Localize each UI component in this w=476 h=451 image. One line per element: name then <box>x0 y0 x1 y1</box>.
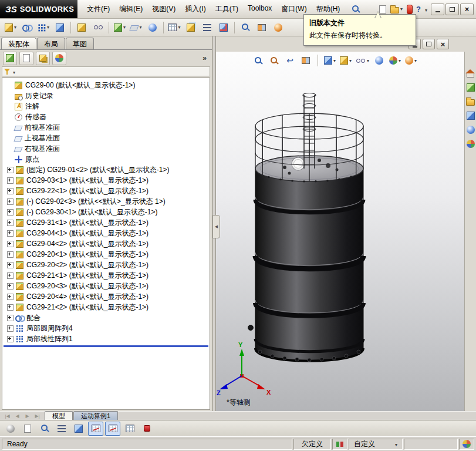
display-manager-tab-button[interactable] <box>52 52 66 65</box>
shaded-sphere-button[interactable] <box>3 422 18 436</box>
tab-motion-study[interactable]: 运动算例1 <box>73 411 118 420</box>
tree-root-item[interactable]: CG29-00 (默认<默认_显示状态-1>) <box>2 80 210 90</box>
property-manager-tab-button[interactable] <box>19 52 33 65</box>
feature-tree-tab-button[interactable] <box>3 52 17 65</box>
panel-overflow-chevron-icon[interactable] <box>200 54 209 62</box>
smart-fasteners-button[interactable] <box>52 20 67 35</box>
tree-item-top-plane[interactable]: 上视基准面 <box>2 133 210 143</box>
expand-plus-icon[interactable] <box>7 336 13 342</box>
mate-button[interactable] <box>19 20 35 35</box>
zoom-area-button[interactable] <box>268 55 280 66</box>
expand-plus-icon[interactable] <box>7 177 13 184</box>
apply-scene-button[interactable] <box>389 55 401 66</box>
zoom-fit-button[interactable] <box>252 55 264 66</box>
menu-insert[interactable]: 插入(I) <box>180 2 210 16</box>
configuration-manager-tab-button[interactable] <box>36 52 50 65</box>
expand-plus-icon[interactable] <box>7 241 13 247</box>
tree-item-component[interactable]: (-) CG29-30<1> (默认<默认_显示状态-1>) <box>2 207 210 217</box>
motion-chart-button[interactable] <box>88 422 103 436</box>
tree-item-component[interactable]: CG29-20<2> (默认<默认_显示状态-1>) <box>2 260 210 270</box>
document-button[interactable] <box>20 422 35 436</box>
view-palette-icon[interactable] <box>467 112 475 120</box>
expand-plus-icon[interactable] <box>7 188 13 194</box>
tree-item-component[interactable]: CG29-20<3> (默认<默认_显示状态-1>) <box>2 281 210 291</box>
insert-component-button[interactable] <box>3 20 18 35</box>
tree-item-right-plane[interactable]: 右视基准面 <box>2 143 210 154</box>
tree-item-component[interactable]: CG29-20<4> (默认<默认_显示状态-1>) <box>2 291 210 302</box>
search-icon[interactable] <box>352 5 360 14</box>
expand-plus-icon[interactable] <box>7 304 13 311</box>
expand-plus-icon[interactable] <box>7 262 13 268</box>
model-viewport[interactable]: Y X Z *等轴测 <box>216 52 476 411</box>
home-icon[interactable] <box>467 73 474 78</box>
tree-item-front-plane[interactable]: 前视基准面 <box>2 122 210 133</box>
record-button[interactable] <box>139 422 154 436</box>
measure-button[interactable] <box>238 20 253 35</box>
first-study-icon[interactable] <box>3 413 12 419</box>
menu-tools[interactable]: 工具(T) <box>211 2 243 16</box>
custom-toolbar-selector[interactable]: 自定义 <box>349 439 403 450</box>
status-help-cell[interactable] <box>459 439 474 450</box>
menu-file[interactable]: 文件(F) <box>82 2 114 16</box>
filter-dropdown-icon[interactable] <box>12 68 15 76</box>
tree-item-circular-pattern[interactable]: 局部圆周阵列4 <box>2 323 210 334</box>
view-orientation-button[interactable] <box>324 55 336 66</box>
tab-model[interactable]: 模型 <box>45 411 73 420</box>
new-motion-study-button[interactable] <box>145 20 160 35</box>
previous-study-icon[interactable] <box>13 413 22 419</box>
display-style-button[interactable] <box>340 55 352 66</box>
tree-item-history[interactable]: 历史记录 <box>2 90 210 101</box>
tank-model-canvas[interactable]: Y X Z <box>216 52 476 411</box>
motion-grid-button[interactable] <box>105 422 120 436</box>
tree-item-component[interactable]: (固定) CG29-01<2> (默认<默认_显示状态-1>) <box>2 164 210 175</box>
tree-item-component[interactable]: CG29-20<1> (默认<默认_显示状态-1>) <box>2 249 210 260</box>
bill-of-materials-button[interactable] <box>167 20 182 35</box>
tree-item-component[interactable]: CG29-22<1> (默认<默认_显示状态-1>) <box>2 186 210 196</box>
expand-plus-icon[interactable] <box>7 272 13 279</box>
expand-plus-icon[interactable] <box>7 209 13 216</box>
tree-item-component[interactable]: (-) CG29-02<3> (默认<<默认>_显示状态 1>) <box>2 196 210 207</box>
zoom-button[interactable] <box>37 422 52 436</box>
exploded-view-button[interactable] <box>183 20 198 35</box>
section-button[interactable] <box>254 20 269 35</box>
view-settings-button[interactable] <box>405 55 417 66</box>
quick-access-dropdown-icon[interactable] <box>424 5 427 14</box>
expand-plus-icon[interactable] <box>7 251 13 258</box>
expand-plus-icon[interactable] <box>7 294 13 300</box>
restore-button[interactable] <box>445 4 459 15</box>
interference-detection-button[interactable] <box>216 20 231 35</box>
file-explorer-folder-icon[interactable] <box>466 99 475 106</box>
expand-plus-icon[interactable] <box>7 230 13 237</box>
design-library-icon[interactable] <box>467 83 475 92</box>
custom-properties-icon[interactable] <box>467 140 475 148</box>
appearances-ball-icon[interactable] <box>467 126 475 134</box>
split-window-button[interactable] <box>71 422 86 436</box>
tree-item-sensors[interactable]: 传感器 <box>2 112 210 122</box>
rollback-bar[interactable] <box>4 345 208 347</box>
expand-plus-icon[interactable] <box>7 198 13 205</box>
next-study-icon[interactable] <box>23 413 32 419</box>
menu-view[interactable]: 视图(V) <box>147 2 180 16</box>
tree-item-mates[interactable]: 配合 <box>2 312 210 323</box>
tree-item-annotations[interactable]: 注解 <box>2 101 210 112</box>
help-icon[interactable] <box>416 5 421 14</box>
move-component-button[interactable] <box>74 20 89 35</box>
tree-item-component[interactable]: CG29-04<2> (默认<默认_显示状态-1>) <box>2 238 210 249</box>
list-button[interactable] <box>54 422 69 436</box>
tab-assembly[interactable]: 装配体 <box>1 38 36 49</box>
tank-body[interactable] <box>248 169 364 362</box>
close-button[interactable] <box>460 4 474 15</box>
tree-item-component[interactable]: CG29-31<1> (默认<默认_显示状态-1>) <box>2 217 210 228</box>
expand-plus-icon[interactable] <box>7 283 13 290</box>
solidworks-rx-icon[interactable] <box>407 5 413 14</box>
tab-layout[interactable]: 布局 <box>37 38 65 49</box>
panel-collapse-handle[interactable] <box>212 215 220 238</box>
component-pattern-button[interactable] <box>36 20 51 35</box>
tree-item-linear-pattern[interactable]: 局部线性阵列1 <box>2 334 210 344</box>
show-hidden-components-button[interactable] <box>90 20 106 35</box>
custom-dropdown-icon[interactable] <box>394 440 397 448</box>
tab-sketch[interactable]: 草图 <box>66 38 94 49</box>
explode-line-sketch-button[interactable] <box>200 20 215 35</box>
expand-plus-icon[interactable] <box>7 315 13 321</box>
tree-item-component[interactable]: CG29-21<2> (默认<默认_显示状态-1>) <box>2 302 210 312</box>
